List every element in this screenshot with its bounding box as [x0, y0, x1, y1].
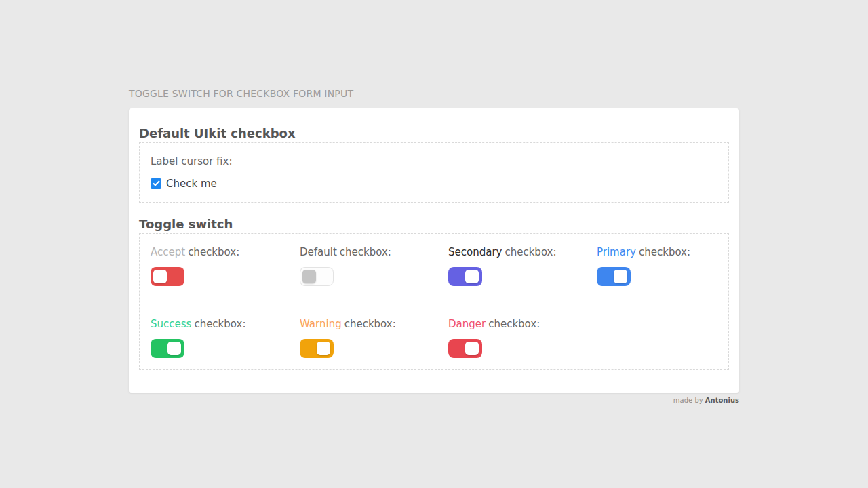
toggle-variant-label: Danger	[448, 318, 486, 330]
toggle-label-suffix: checkbox:	[505, 246, 556, 258]
toggle-variant-label: Accept	[151, 246, 185, 258]
toggle-cell-default: Defaultcheckbox:	[300, 247, 448, 286]
toggle-switch-primary[interactable]	[597, 267, 631, 286]
toggle-section-heading: Toggle switch	[139, 217, 729, 231]
toggle-switch-accept[interactable]	[151, 267, 184, 286]
toggle-cell-success: Successcheckbox:	[151, 319, 300, 358]
checkbox-panel: Label cursor fix: Check me	[139, 142, 729, 203]
switch-knob[interactable]	[614, 270, 627, 283]
toggle-label-suffix: checkbox:	[194, 318, 245, 330]
page: TOGGLE SWITCH FOR CHECKBOX FORM INPUT De…	[129, 0, 739, 405]
toggle-variant-label: Default	[300, 246, 337, 258]
check-me-text[interactable]: Check me	[166, 178, 217, 190]
demo-card: Default UIkit checkbox Label cursor fix:…	[129, 108, 739, 393]
toggle-cell-secondary: Secondarycheckbox:	[448, 247, 597, 286]
toggle-label: Warningcheckbox:	[300, 319, 448, 330]
toggle-switch-warning[interactable]	[300, 339, 334, 358]
toggle-panel: Acceptcheckbox: Defaultcheckbox: Seconda…	[139, 233, 729, 370]
toggle-label: Acceptcheckbox:	[151, 247, 300, 258]
toggle-variant-label: Success	[151, 318, 191, 330]
checkbox-section-heading: Default UIkit checkbox	[139, 126, 729, 140]
page-title: TOGGLE SWITCH FOR CHECKBOX FORM INPUT	[129, 88, 739, 100]
toggle-switch-success[interactable]	[151, 339, 184, 358]
switch-knob[interactable]	[465, 270, 479, 283]
toggle-label-suffix: checkbox:	[344, 318, 396, 330]
toggle-cell-accept: Acceptcheckbox:	[151, 247, 300, 286]
toggle-switch-danger[interactable]	[448, 339, 482, 358]
toggle-label: Primarycheckbox:	[597, 247, 717, 258]
toggle-label: Dangercheckbox:	[448, 319, 597, 330]
check-icon	[153, 180, 160, 186]
toggle-label-suffix: checkbox:	[488, 318, 540, 330]
footer-author: Antonius	[705, 396, 739, 404]
cursor-fix-label: Label cursor fix:	[151, 156, 717, 167]
toggle-switch-secondary[interactable]	[448, 267, 482, 286]
toggle-variant-label: Primary	[597, 246, 636, 258]
toggle-label: Secondarycheckbox:	[448, 247, 597, 258]
toggle-label: Successcheckbox:	[151, 319, 300, 330]
toggle-cell-danger: Dangercheckbox:	[448, 319, 597, 358]
toggle-label-suffix: checkbox:	[340, 246, 391, 258]
footer-credit: made by Antonius	[129, 396, 739, 405]
switch-knob[interactable]	[153, 270, 167, 283]
footer-made-by: made by	[673, 396, 703, 404]
toggle-variant-label: Warning	[300, 318, 342, 330]
switch-knob[interactable]	[302, 270, 316, 283]
check-me-checkbox[interactable]	[151, 178, 161, 189]
switch-knob[interactable]	[465, 342, 479, 355]
toggle-variant-label: Secondary	[448, 246, 502, 258]
switch-knob[interactable]	[167, 342, 181, 355]
toggle-label-suffix: checkbox:	[188, 246, 239, 258]
toggle-label-suffix: checkbox:	[639, 246, 690, 258]
toggle-cell-primary: Primarycheckbox:	[597, 247, 717, 286]
check-me-row[interactable]: Check me	[151, 178, 217, 190]
toggle-label: Defaultcheckbox:	[300, 247, 448, 258]
toggle-switch-default[interactable]	[300, 267, 334, 286]
switch-knob[interactable]	[317, 342, 330, 355]
toggle-cell-warning: Warningcheckbox:	[300, 319, 448, 358]
